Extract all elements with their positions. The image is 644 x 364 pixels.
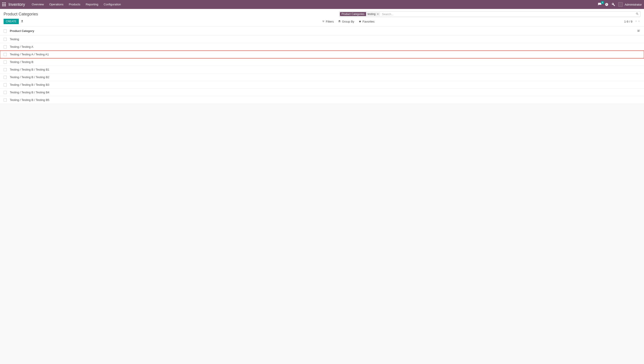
column-header-category[interactable]: Product Category (10, 29, 34, 32)
list-options-icon[interactable] (637, 29, 640, 33)
table-row[interactable]: Testing / Testing B / Testing B5 (0, 96, 644, 104)
table-row[interactable]: Testing / Testing A / Testing A1 (0, 51, 644, 58)
apps-icon[interactable] (2, 2, 6, 6)
list-view: Product Category TestingTesting / Testin… (0, 26, 644, 104)
row-category-name: Testing / Testing A / Testing A1 (10, 53, 49, 56)
groupby-button[interactable]: Group By (338, 20, 354, 23)
table-row[interactable]: Testing (0, 36, 644, 43)
pager-count[interactable]: 1-9 / 9 (624, 20, 632, 23)
table-row[interactable]: Testing / Testing B / Testing B3 (0, 81, 644, 89)
messaging-badge: 4 (601, 1, 604, 4)
nav-item-configuration[interactable]: Configuration (101, 0, 124, 9)
nav-item-overview[interactable]: Overview (29, 0, 47, 9)
row-category-name: Testing / Testing B / Testing B4 (10, 91, 49, 94)
avatar-placeholder-icon (618, 2, 623, 7)
user-name: Administrator (624, 3, 642, 6)
nav-item-products[interactable]: Products (66, 0, 83, 9)
row-category-name: Testing / Testing B (10, 60, 33, 64)
row-checkbox[interactable] (4, 60, 7, 64)
row-checkbox[interactable] (4, 91, 7, 94)
nav-menu: Overview Operations Products Reporting C… (29, 0, 124, 9)
row-category-name: Testing (10, 38, 19, 41)
table-row[interactable]: Testing / Testing A (0, 43, 644, 51)
messaging-icon[interactable]: 4 (598, 2, 602, 6)
layers-icon (338, 20, 341, 23)
table-row[interactable]: Testing / Testing B / Testing B4 (0, 89, 644, 96)
nav-item-reporting[interactable]: Reporting (83, 0, 101, 9)
favorites-button[interactable]: Favorites (359, 20, 374, 23)
export-icon[interactable] (21, 20, 24, 24)
row-category-name: Testing / Testing A (10, 45, 33, 48)
search-facet: Product Categories testing ✕ (340, 12, 380, 16)
debug-icon[interactable] (611, 3, 615, 6)
pager-next-icon[interactable] (638, 20, 640, 23)
groupby-label: Group By (342, 20, 354, 23)
row-category-name: Testing / Testing B / Testing B3 (10, 83, 49, 86)
search-facet-remove-icon[interactable]: ✕ (376, 12, 380, 16)
select-all-checkbox[interactable] (4, 30, 7, 32)
filters-label: Filters (326, 20, 334, 23)
search-bar[interactable]: Product Categories testing ✕ (339, 11, 640, 17)
row-category-name: Testing / Testing B / Testing B5 (10, 98, 49, 102)
row-checkbox[interactable] (4, 68, 7, 71)
list-header: Product Category (0, 26, 644, 36)
control-panel: Product Categories Product Categories te… (0, 9, 644, 26)
row-category-name: Testing / Testing B / Testing B2 (10, 76, 49, 79)
search-icon[interactable] (636, 12, 639, 16)
row-checkbox[interactable] (4, 45, 7, 48)
row-checkbox[interactable] (4, 38, 7, 41)
table-row[interactable]: Testing / Testing B / Testing B2 (0, 74, 644, 81)
row-checkbox[interactable] (4, 83, 7, 86)
row-category-name: Testing / Testing B / Testing B1 (10, 68, 49, 71)
create-button[interactable]: CREATE (4, 19, 19, 24)
search-input[interactable] (381, 12, 636, 16)
search-facet-value: testing (366, 12, 376, 16)
row-checkbox[interactable] (4, 98, 7, 102)
row-checkbox[interactable] (4, 76, 7, 79)
row-checkbox[interactable] (4, 53, 7, 56)
page-title: Product Categories (4, 12, 38, 16)
nav-item-operations[interactable]: Operations (47, 0, 66, 9)
pager-prev-icon[interactable] (634, 20, 637, 23)
table-row[interactable]: Testing / Testing B (0, 58, 644, 66)
star-icon (359, 20, 361, 23)
table-row[interactable]: Testing / Testing B / Testing B1 (0, 66, 644, 74)
favorites-label: Favorites (362, 20, 374, 23)
filters-button[interactable]: Filters (322, 20, 334, 23)
user-menu[interactable]: Administrator (618, 2, 642, 7)
top-navbar: Inventory Overview Operations Products R… (0, 0, 644, 9)
filter-icon (322, 20, 325, 23)
activities-icon[interactable] (605, 3, 608, 6)
app-name[interactable]: Inventory (9, 2, 25, 7)
search-facet-label: Product Categories (340, 12, 366, 16)
